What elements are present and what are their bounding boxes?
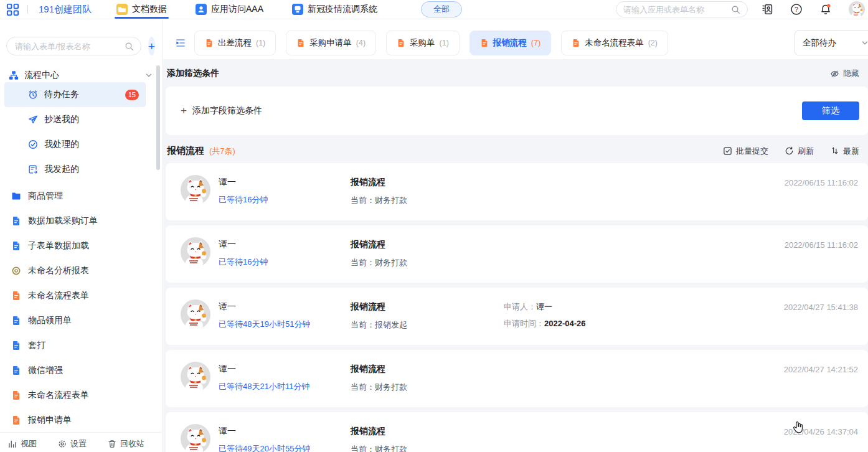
collapse-sidebar-icon[interactable] — [174, 37, 187, 49]
app-tab-covid[interactable]: 新冠疫情流调系统 — [292, 0, 377, 19]
flow-doc-icon — [11, 415, 21, 425]
flow-name: 报销流程 — [351, 426, 504, 437]
chevron-down-icon — [861, 39, 868, 47]
eye-off-icon — [830, 69, 839, 78]
wait-duration: 已等待48天19小时51分钟 — [219, 319, 351, 330]
process-center-group[interactable]: 流程中心 — [9, 70, 153, 81]
app-person-icon — [196, 4, 207, 15]
paper-plane-icon — [28, 115, 38, 125]
flow-doc-icon — [572, 39, 580, 47]
timestamp: 2022/04/26 14:37:04 — [784, 427, 858, 436]
user-avatar[interactable] — [849, 1, 865, 17]
directory-icon[interactable] — [761, 3, 773, 16]
task-card[interactable]: 谭一 已等待48天21小时11分钟 报销流程 当前：财务打款 2022/04/2… — [166, 350, 868, 407]
sidebar-item-form[interactable]: 套打 — [0, 333, 163, 358]
applicant-field-label: 申请人： — [504, 302, 536, 311]
task-card[interactable]: 谭一 已等待49天20小时55分钟 报销流程 当前：财务打款 2022/04/2… — [166, 412, 868, 452]
chevron-down-icon[interactable] — [145, 72, 153, 79]
task-card[interactable]: 谭一 已等待48天19小时51分钟 报销流程 当前：报销发起 申请人：谭一 申请… — [166, 288, 868, 345]
settings-button[interactable]: 设置 — [58, 438, 87, 450]
list-title: 报销流程 — [167, 145, 204, 157]
task-card[interactable]: 谭一 已等待16分钟 报销流程 当前：财务打款 2022/06/15 11:16… — [166, 163, 868, 220]
avatar — [181, 362, 210, 392]
views-button[interactable]: 视图 — [8, 438, 37, 450]
tab-count: (4) — [356, 39, 366, 47]
batch-submit-button[interactable]: 批量提交 — [723, 146, 768, 157]
topbar-icons: ? — [761, 1, 868, 17]
flow-doc-icon — [205, 39, 214, 47]
org-chart-icon — [9, 70, 19, 80]
task-card[interactable]: 谭一 已等待16分钟 报销流程 当前：财务打款 2022/06/15 11:16… — [166, 225, 868, 283]
filter-submit-button[interactable]: 筛选 — [802, 101, 859, 120]
sidebar-item-started-by-me[interactable]: 我发起的 — [4, 157, 146, 182]
timestamp: 2022/06/15 11:16:02 — [785, 178, 858, 187]
applicant-name: 谭一 — [219, 364, 351, 375]
current-node: 当前：财务打款 — [351, 444, 504, 452]
topbar-search-input[interactable] — [623, 5, 731, 14]
app-tab-access[interactable]: 应用访问AAA — [196, 0, 263, 19]
sidebar-footer: 视图 设置 回收站 — [0, 432, 162, 452]
tab-count: (7) — [531, 39, 540, 47]
form-doc-icon — [11, 241, 21, 251]
sidebar-item-label: 我发起的 — [44, 164, 79, 175]
sidebar-item-flow-form[interactable]: 未命名流程表单 — [0, 383, 163, 408]
tab-unnamed-flow-form[interactable]: 未命名流程表单 (2) — [561, 31, 668, 55]
sidebar-item-label: 商品管理 — [28, 191, 63, 202]
tab-purchase-order[interactable]: 采购单 (1) — [386, 31, 460, 55]
doc-send-icon — [28, 164, 38, 174]
sidebar-scrollbar[interactable] — [156, 65, 160, 170]
notification-bell-icon[interactable] — [819, 3, 832, 16]
current-node: 当前：报销发起 — [351, 319, 504, 331]
checkbox-check-icon — [723, 146, 732, 156]
sidebar-item-label: 数据加载采购订单 — [28, 215, 98, 227]
sidebar-item-form[interactable]: 数据加载采购订单 — [0, 209, 163, 233]
main-content: 出差流程 (1) 采购申请单 (4) 采购单 (1) 报销流程 (7) 未命名流 — [163, 19, 868, 452]
sidebar-item-product-mgmt[interactable]: 商品管理 — [0, 184, 163, 209]
topbar-search[interactable] — [616, 1, 748, 17]
all-apps-pill[interactable]: 全部 — [421, 1, 462, 17]
sort-latest-button[interactable]: 最新 — [830, 146, 859, 157]
sidebar-search-input[interactable] — [15, 42, 125, 51]
card-extra-fields: 申请人：谭一 申请时间：2022-04-26 — [504, 301, 586, 329]
refresh-icon — [785, 146, 794, 156]
recycle-bin-button[interactable]: 回收站 — [108, 438, 144, 450]
sidebar-item-cc-to-me[interactable]: 抄送我的 — [4, 107, 146, 132]
sidebar-search[interactable] — [6, 37, 141, 55]
timestamp: 2022/04/27 14:21:52 — [784, 365, 858, 374]
form-doc-icon — [11, 316, 21, 326]
sidebar-item-flow-form[interactable]: 报销申请单 — [0, 408, 163, 433]
refresh-button[interactable]: 刷新 — [785, 146, 814, 157]
tab-purchase-request[interactable]: 采购申请单 (4) — [286, 31, 376, 55]
form-tabstrip: 出差流程 (1) 采购申请单 (4) 采购单 (1) 报销流程 (7) 未命名流 — [163, 19, 868, 59]
tab-business-trip-flow[interactable]: 出差流程 (1) — [194, 31, 276, 55]
search-icon — [731, 5, 740, 14]
sidebar-item-processed-by-me[interactable]: 我处理的 — [4, 132, 146, 157]
sidebar-item-report[interactable]: 未命名分析报表 — [0, 258, 163, 283]
app-tab-docs[interactable]: 文档数据 — [116, 0, 167, 19]
sidebar-item-form[interactable]: 物品领用单 — [0, 308, 163, 333]
status-filter-dropdown[interactable]: 全部待办 — [795, 31, 868, 55]
sidebar-item-todo-tasks[interactable]: 待办任务 15 — [4, 82, 146, 107]
flow-name: 报销流程 — [351, 364, 504, 375]
sidebar-item-form[interactable]: 微信增强 — [0, 358, 163, 383]
flow-doc-icon — [480, 39, 489, 47]
help-icon[interactable]: ? — [790, 3, 803, 16]
flow-name: 报销流程 — [351, 239, 504, 250]
hide-filters-link[interactable]: 隐藏 — [830, 68, 859, 79]
add-form-button[interactable]: + — [148, 37, 155, 55]
apply-time-field-value: 2022-04-26 — [544, 319, 586, 328]
add-field-filter-button[interactable]: + 添加字段筛选条件 — [181, 105, 262, 117]
doc-folder-icon — [116, 4, 128, 15]
applicant-name: 谭一 — [219, 301, 351, 313]
team-name[interactable]: 191创建团队 — [39, 4, 92, 16]
sidebar-item-flow-form[interactable]: 未命名流程表单 — [0, 283, 163, 308]
avatar — [181, 424, 210, 452]
sidebar-item-label: 子表单数据加载 — [28, 240, 89, 252]
list-count: (共7条) — [209, 146, 235, 157]
avatar — [181, 237, 210, 267]
analysis-report-icon — [11, 266, 21, 276]
sidebar-item-label: 抄送我的 — [44, 114, 79, 125]
sidebar-item-form[interactable]: 子表单数据加载 — [0, 233, 163, 258]
tab-reimbursement-flow[interactable]: 报销流程 (7) — [469, 31, 551, 55]
app-launcher-grid-icon[interactable] — [6, 3, 19, 16]
